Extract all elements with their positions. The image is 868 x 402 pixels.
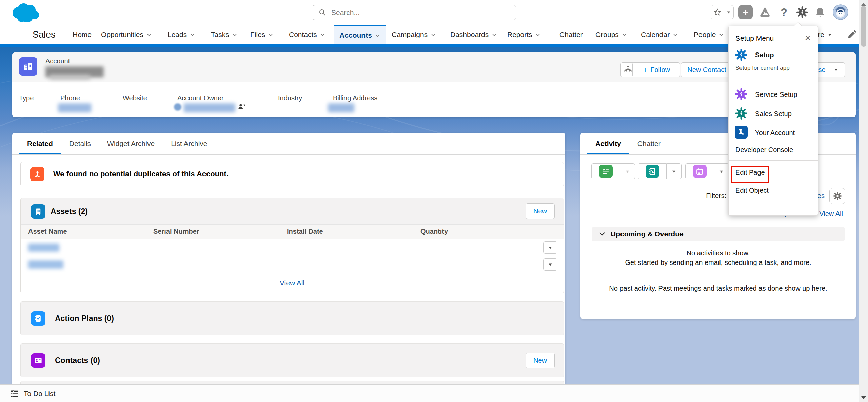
column-quantity[interactable]: Quantity <box>420 228 448 235</box>
scrollbar-up-arrow[interactable] <box>861 3 866 6</box>
search-input[interactable] <box>331 8 495 17</box>
chevron-down-icon[interactable] <box>535 32 540 37</box>
chevron-down-icon[interactable] <box>146 32 152 37</box>
trailhead-icon[interactable] <box>757 5 772 19</box>
chevron-down-icon[interactable] <box>232 32 237 37</box>
nav-tab-tasks[interactable]: Tasks <box>211 25 237 44</box>
close-icon[interactable]: ✕ <box>805 34 811 43</box>
new-event-icon <box>693 165 707 178</box>
view-all-link[interactable]: View All <box>819 210 843 218</box>
notifications-bell-icon[interactable] <box>813 5 827 19</box>
change-owner-icon[interactable] <box>237 102 246 113</box>
chevron-down-icon[interactable] <box>431 32 436 37</box>
field-label-industry: Industry <box>278 94 302 102</box>
favorites-star-icon[interactable] <box>711 8 724 16</box>
setup-menu-item-setup[interactable]: Setup <box>755 51 774 59</box>
setup-menu-item-your-account[interactable]: Your Account <box>755 129 795 137</box>
vertical-scrollbar[interactable] <box>859 0 868 402</box>
chevron-down-icon[interactable] <box>375 33 380 38</box>
help-icon[interactable]: ? <box>777 5 791 19</box>
nav-tab-people[interactable]: People <box>694 25 724 44</box>
nav-tab-files[interactable]: Files <box>250 25 273 44</box>
nav-tab-reports[interactable]: Reports <box>507 25 540 44</box>
nav-tab-calendar[interactable]: Calendar <box>641 25 678 44</box>
log-a-call-dropdown-button[interactable] <box>667 163 682 179</box>
assets-title[interactable]: Assets (2) <box>51 207 88 216</box>
log-a-call-button[interactable] <box>638 163 667 179</box>
nav-tab-campaigns[interactable]: Campaigns <box>392 25 436 44</box>
favorites-dropdown-icon[interactable] <box>724 10 733 15</box>
assets-icon <box>31 204 45 219</box>
nav-tab-dashboards[interactable]: Dashboards <box>450 25 497 44</box>
scrollbar-thumb[interactable] <box>861 6 866 47</box>
tab-details[interactable]: Details <box>61 133 99 154</box>
setup-gear-icon[interactable] <box>795 5 810 19</box>
more-actions-dropdown-button[interactable] <box>827 62 845 77</box>
setup-menu-item-service-setup[interactable]: Service Setup <box>755 91 797 99</box>
chevron-down-icon[interactable] <box>320 32 325 37</box>
nav-tab-contacts[interactable]: Contacts <box>289 25 325 44</box>
setup-menu-item-sales-setup[interactable]: Sales Setup <box>755 110 792 118</box>
follow-button[interactable]: + Follow <box>632 62 680 77</box>
nav-tab-groups[interactable]: Groups <box>595 25 627 44</box>
owner-value-redacted <box>184 103 235 112</box>
nav-tab-accounts[interactable]: Accounts <box>334 25 386 44</box>
nav-tab-chatter[interactable]: Chatter <box>559 25 583 44</box>
favorites-button-group[interactable] <box>711 5 734 19</box>
nav-tab-leads[interactable]: Leads <box>167 25 195 44</box>
row-actions-dropdown-button[interactable] <box>543 258 557 271</box>
action-plans-title[interactable]: Action Plans (0) <box>55 314 114 323</box>
chevron-down-icon[interactable] <box>268 32 273 37</box>
quick-add-icon[interactable]: + <box>738 5 753 19</box>
scrollbar-down-arrow[interactable] <box>861 396 866 399</box>
app-name[interactable]: Sales <box>33 25 56 44</box>
your-account-icon <box>735 126 748 139</box>
asset-table-row[interactable] <box>21 256 564 273</box>
contacts-related-list: Contacts (0) New <box>20 343 564 377</box>
todo-list-label[interactable]: To Do List <box>24 389 55 398</box>
new-task-button[interactable] <box>591 163 620 179</box>
activity-settings-button[interactable] <box>829 188 845 204</box>
chevron-down-icon[interactable] <box>673 32 678 37</box>
chevron-down-icon[interactable] <box>190 32 195 37</box>
setup-menu-item-developer-console[interactable]: Developer Console <box>735 146 793 154</box>
global-search <box>313 5 516 20</box>
tab-activity[interactable]: Activity <box>587 133 629 154</box>
duplicates-notice: We found no potential duplicates of this… <box>20 162 564 186</box>
tab-list-archive[interactable]: List Archive <box>163 133 215 154</box>
tab-widget-archive[interactable]: Widget Archive <box>99 133 163 154</box>
divider <box>592 277 845 277</box>
duplicate-merge-icon <box>30 167 44 181</box>
tab-related[interactable]: Related <box>19 133 61 154</box>
setup-menu-title: Setup Menu <box>735 34 774 42</box>
new-task-dropdown-button[interactable] <box>620 163 635 179</box>
triangle-down-icon[interactable] <box>827 32 832 37</box>
setup-gear-blue-icon <box>735 48 748 63</box>
column-asset-name[interactable]: Asset Name <box>28 228 67 235</box>
edit-navigation-pencil-icon[interactable] <box>847 29 857 41</box>
contacts-title[interactable]: Contacts (0) <box>55 356 100 365</box>
chevron-down-icon[interactable] <box>492 32 497 37</box>
new-event-button[interactable] <box>685 163 714 179</box>
column-install-date[interactable]: Install Date <box>287 228 323 235</box>
divider <box>12 154 565 155</box>
nav-tab-home[interactable]: Home <box>73 25 92 44</box>
contacts-new-button[interactable]: New <box>526 353 555 368</box>
column-serial-number[interactable]: Serial Number <box>153 228 199 235</box>
new-contact-button[interactable]: New Contact <box>681 62 733 77</box>
field-label-phone: Phone <box>60 94 80 102</box>
assets-view-all-link[interactable]: View All <box>280 279 304 287</box>
owner-avatar <box>174 103 181 111</box>
new-event-dropdown-button[interactable] <box>714 163 729 179</box>
asset-table-row[interactable] <box>21 239 564 256</box>
user-avatar[interactable] <box>833 5 848 19</box>
nav-tab-opportunities[interactable]: Opportunities <box>101 25 152 44</box>
chevron-down-icon[interactable] <box>599 231 605 237</box>
setup-menu-item-edit-object[interactable]: Edit Object <box>735 187 769 194</box>
chevron-down-icon[interactable] <box>719 32 724 37</box>
upcoming-overdue-header[interactable]: Upcoming & Overdue <box>592 227 845 241</box>
chevron-down-icon[interactable] <box>622 32 627 37</box>
tab-chatter[interactable]: Chatter <box>629 133 669 154</box>
row-actions-dropdown-button[interactable] <box>543 241 557 254</box>
assets-new-button[interactable]: New <box>526 203 555 219</box>
